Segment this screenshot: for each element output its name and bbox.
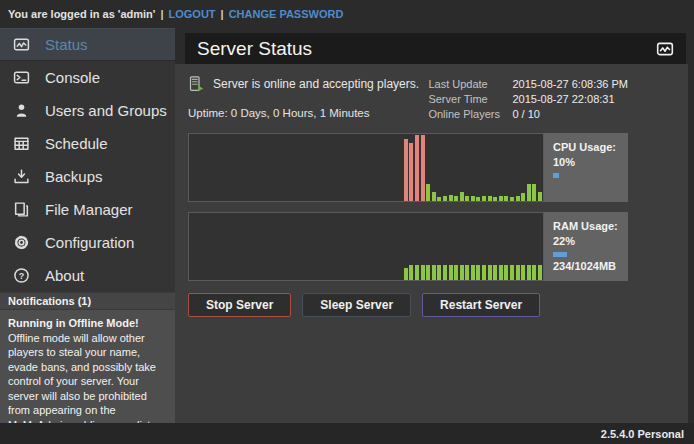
cpu-usage-chart <box>188 133 544 202</box>
stat-value: 0 / 10 <box>512 108 540 120</box>
history-bar <box>437 197 441 201</box>
server-status-line: Server is online and accepting players. <box>188 76 419 92</box>
history-bar <box>488 265 492 280</box>
history-bar <box>443 265 447 280</box>
app-body: StatusConsoleUsers and GroupsScheduleBac… <box>0 28 694 423</box>
history-bar <box>404 268 408 280</box>
history-bar <box>465 196 469 201</box>
history-bar <box>460 192 464 201</box>
notifications-panel: Notifications (1) Running in Offline Mod… <box>0 292 175 423</box>
notification-item: Running in Offline Mode! Offline mode wi… <box>0 310 175 423</box>
calendar-icon <box>12 135 30 153</box>
download-icon <box>12 168 30 186</box>
server-status-message: Server is online and accepting players. <box>213 77 419 91</box>
history-bar <box>409 265 413 280</box>
sidebar-item-label: File Manager <box>45 201 133 218</box>
cpu-usage-row: CPU Usage:10% <box>188 133 628 202</box>
ram-bars <box>404 265 542 280</box>
sidebar-item-label: Backups <box>45 168 103 185</box>
charts-area: CPU Usage:10%RAM Usage:22%234/1024MB <box>188 133 688 281</box>
sidebar-item-label: About <box>45 267 84 284</box>
history-bar <box>493 265 497 280</box>
history-bar <box>499 265 503 280</box>
console-icon <box>12 69 30 87</box>
ram-usage-detail: 234/1024MB <box>553 259 628 274</box>
history-bar <box>415 135 419 201</box>
notification-title: Running in Offline Mode! <box>8 316 167 331</box>
history-bar <box>426 184 430 201</box>
history-bar <box>421 265 425 280</box>
cpu-usage-percent: 10% <box>553 155 628 170</box>
sidebar-item-status[interactable]: Status <box>0 28 175 61</box>
history-bar <box>504 196 508 201</box>
sidebar-item-about[interactable]: ?About <box>0 259 175 292</box>
history-bar <box>421 135 425 201</box>
history-bar <box>432 265 436 280</box>
sidebar: StatusConsoleUsers and GroupsScheduleBac… <box>0 28 175 423</box>
sidebar-item-label: Schedule <box>45 135 108 152</box>
history-bar <box>432 192 436 201</box>
server-info-row: Server is online and accepting players. … <box>188 76 628 123</box>
header-strip: Server Status <box>175 28 688 64</box>
change-password-link[interactable]: CHANGE PASSWORD <box>229 8 344 20</box>
activity-icon[interactable] <box>656 40 674 58</box>
sidebar-item-backups[interactable]: Backups <box>0 160 175 193</box>
history-bar <box>426 265 430 280</box>
history-bar <box>465 265 469 280</box>
ram-usage-percent: 22% <box>553 234 628 249</box>
restart-server-button[interactable]: Restart Server <box>422 293 540 317</box>
footer-bar: 2.5.4.0 Personal <box>0 423 694 444</box>
stat-row: Online Players0 / 10 <box>428 108 628 120</box>
sleep-server-button[interactable]: Sleep Server <box>302 293 411 317</box>
history-bar <box>476 265 480 280</box>
uptime-text: Uptime: 0 Days, 0 Hours, 1 Minutes <box>188 107 419 119</box>
ram-usage-meter <box>553 252 567 257</box>
ram-usage-label: RAM Usage: <box>553 219 628 234</box>
sidebar-item-configuration[interactable]: Configuration <box>0 226 175 259</box>
top-bar: You are logged in as 'admin'|LOGOUT|CHAN… <box>0 0 694 28</box>
sidebar-item-users-and-groups[interactable]: Users and Groups <box>0 94 175 127</box>
history-bar <box>449 265 453 280</box>
logout-link[interactable]: LOGOUT <box>169 8 216 20</box>
sidebar-item-schedule[interactable]: Schedule <box>0 127 175 160</box>
history-bar <box>454 196 458 201</box>
ram-usage-panel: RAM Usage:22%234/1024MB <box>544 212 628 281</box>
main-content: Server is online and accepting players. … <box>175 64 688 423</box>
history-bar <box>510 197 514 201</box>
history-bar <box>527 184 531 201</box>
history-bar <box>516 265 520 280</box>
server-stats: Last Update2015-08-27 6:08:36 PMServer T… <box>428 76 628 123</box>
cpu-bars <box>404 135 542 201</box>
notifications-header: Notifications (1) <box>0 292 175 310</box>
cpu-usage-meter <box>553 173 559 178</box>
page-title: Server Status <box>197 38 312 60</box>
ram-usage-chart <box>188 212 544 281</box>
history-bar <box>482 196 486 201</box>
server-online-icon <box>188 76 204 92</box>
history-bar <box>449 195 453 201</box>
history-bar <box>415 265 419 280</box>
history-bar <box>488 196 492 201</box>
stat-label: Online Players <box>428 108 512 120</box>
notification-text: Offline mode will allow other players to… <box>8 331 167 423</box>
history-bar <box>482 265 486 280</box>
history-bar <box>521 265 525 280</box>
stop-server-button[interactable]: Stop Server <box>188 293 291 317</box>
history-bar <box>521 193 525 201</box>
separator: | <box>160 8 163 20</box>
history-bar <box>454 265 458 280</box>
server-buttons-row: Stop ServerSleep ServerRestart Server <box>188 293 688 317</box>
separator: | <box>221 8 224 20</box>
cpu-usage-panel: CPU Usage:10% <box>544 133 628 202</box>
logged-in-text: You are logged in as 'admin' <box>8 8 155 20</box>
stat-row: Last Update2015-08-27 6:08:36 PM <box>428 78 628 90</box>
sidebar-item-console[interactable]: Console <box>0 61 175 94</box>
sidebar-item-label: Console <box>45 69 100 86</box>
question-icon: ? <box>12 267 30 285</box>
history-bar <box>510 265 514 280</box>
user-icon <box>12 102 30 120</box>
sidebar-item-file-manager[interactable]: File Manager <box>0 193 175 226</box>
history-bar <box>443 196 447 201</box>
sidebar-item-label: Configuration <box>45 234 134 251</box>
history-bar <box>460 265 464 280</box>
